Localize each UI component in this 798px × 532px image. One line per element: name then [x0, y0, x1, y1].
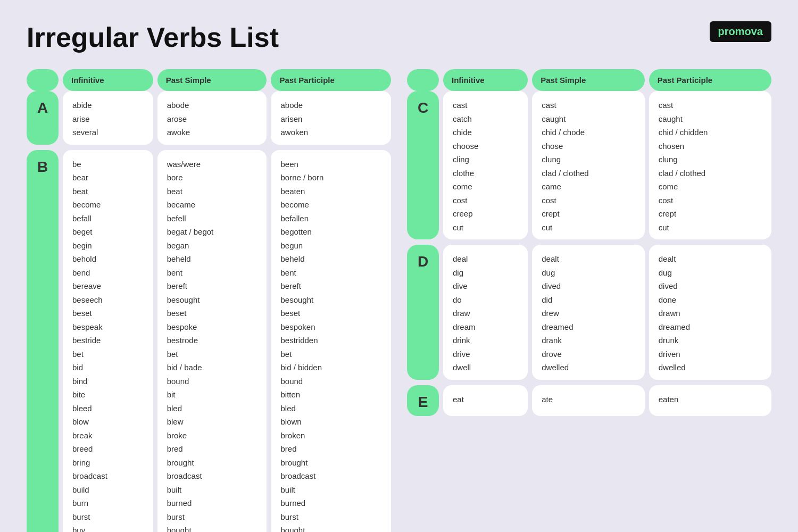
infinitive-cell: be bear beat become befall beget begin b… — [63, 150, 153, 533]
past-participle-cell: cast caught chid / chidden chosen clung … — [649, 91, 771, 239]
letter-cell-b: B — [27, 150, 59, 533]
left-header-row: Infinitive Past Simple Past Participle — [27, 69, 391, 91]
past-simple-cell: dealt dug dived did drew dreamed drank d… — [532, 245, 645, 380]
logo-text: promova — [718, 26, 763, 37]
right-th-spacer — [407, 69, 439, 91]
past-participle-cell: abode arisen awoken — [271, 91, 391, 145]
left-verb-table: Infinitive Past Simple Past Participle A… — [27, 69, 391, 532]
past-participle-cell: dealt dug dived done drawn dreamed drunk… — [649, 245, 771, 380]
infinitive-cell: deal dig dive do draw dream drink drive … — [443, 245, 528, 380]
right-th-past-simple: Past Simple — [532, 69, 645, 91]
right-table-section: Infinitive Past Simple Past Participle C… — [407, 69, 771, 532]
past-participle-cell: eaten — [649, 385, 771, 416]
page-title: Irregular Verbs List — [27, 21, 771, 53]
past-participle-cell: been borne / born beaten become befallen… — [271, 150, 391, 533]
infinitive-cell: cast catch chide choose cling clothe com… — [443, 91, 528, 239]
left-table-body: A abide arise several abode arose awoke … — [27, 91, 391, 532]
past-simple-cell: cast caught chid / chode chose clung cla… — [532, 91, 645, 239]
left-th-infinitive: Infinitive — [63, 69, 153, 91]
letter-cell-e: E — [407, 385, 439, 416]
table-row: E eat ate eaten — [407, 385, 771, 416]
right-verb-table: Infinitive Past Simple Past Participle C… — [407, 69, 771, 416]
past-simple-cell: was/were bore beat became befell begat /… — [157, 150, 267, 533]
tables-wrapper: Infinitive Past Simple Past Participle A… — [27, 69, 771, 532]
left-th-past-simple: Past Simple — [157, 69, 267, 91]
right-header-row: Infinitive Past Simple Past Participle — [407, 69, 771, 91]
letter-cell-a: A — [27, 91, 59, 145]
right-table-body: C cast catch chide choose cling clothe c… — [407, 91, 771, 416]
table-row: C cast catch chide choose cling clothe c… — [407, 91, 771, 239]
table-row: B be bear beat become befall beget begin… — [27, 150, 391, 533]
table-row: D deal dig dive do draw dream drink driv… — [407, 245, 771, 380]
right-th-past-participle: Past Participle — [649, 69, 771, 91]
past-simple-cell: abode arose awoke — [157, 91, 267, 145]
left-table-section: Infinitive Past Simple Past Participle A… — [27, 69, 391, 532]
table-row: A abide arise several abode arose awoke … — [27, 91, 391, 145]
right-th-infinitive: Infinitive — [443, 69, 528, 91]
infinitive-cell: eat — [443, 385, 528, 416]
letter-cell-d: D — [407, 245, 439, 380]
left-th-spacer — [27, 69, 59, 91]
logo: promova — [710, 21, 771, 42]
left-th-past-participle: Past Participle — [271, 69, 391, 91]
infinitive-cell: abide arise several — [63, 91, 153, 145]
past-simple-cell: ate — [532, 385, 645, 416]
letter-cell-c: C — [407, 91, 439, 239]
